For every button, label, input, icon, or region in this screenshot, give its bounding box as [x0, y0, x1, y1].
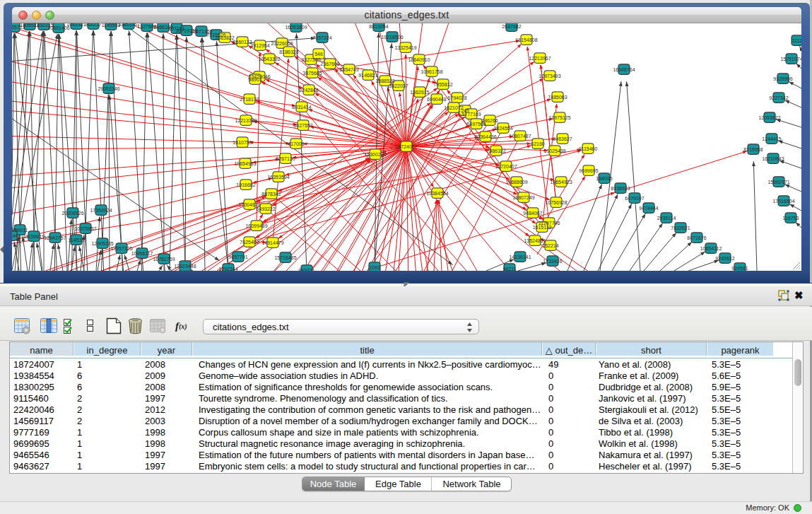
svg-text:10654112: 10654112: [700, 246, 722, 251]
svg-text:546: 546: [314, 52, 323, 57]
svg-text:3875685: 3875685: [302, 71, 322, 76]
svg-text:1112: 1112: [792, 38, 801, 43]
svg-text:8186328: 8186328: [279, 49, 298, 54]
svg-text:17016504: 17016504: [772, 199, 794, 204]
svg-text:6794028: 6794028: [447, 95, 466, 100]
svg-text:1362615: 1362615: [410, 90, 429, 95]
svg-text:18724007: 18724007: [395, 144, 417, 149]
svg-text:8267130: 8267130: [276, 156, 295, 161]
svg-text:417006: 417006: [288, 141, 304, 146]
svg-text:6479197: 6479197: [625, 196, 644, 201]
svg-text:8454749: 8454749: [339, 67, 358, 72]
svg-text:7357224: 7357224: [312, 35, 331, 40]
svg-text:9484067: 9484067: [523, 211, 542, 216]
svg-text:13975125: 13975125: [548, 115, 570, 120]
svg-text:15720407: 15720407: [495, 164, 517, 169]
svg-text:2718170: 2718170: [240, 97, 259, 102]
svg-text:114519: 114519: [69, 238, 85, 243]
svg-text:9463627: 9463627: [553, 136, 572, 141]
svg-text:9146821: 9146821: [358, 73, 377, 78]
svg-text:8427552: 8427552: [293, 123, 312, 128]
svg-text:16099489: 16099489: [245, 223, 267, 228]
svg-text:3824554: 3824554: [493, 126, 512, 131]
svg-text:1733426: 1733426: [543, 259, 562, 264]
svg-text:20206526: 20206526: [61, 211, 83, 216]
svg-text:10543392: 10543392: [258, 57, 280, 62]
svg-text:1093: 1093: [369, 265, 380, 270]
svg-text:62160: 62160: [531, 141, 545, 146]
svg-text:7663822: 7663822: [215, 35, 234, 40]
svg-text:39144: 39144: [12, 233, 18, 238]
svg-text:98901: 98901: [248, 77, 262, 82]
svg-text:16353594: 16353594: [267, 175, 289, 180]
svg-text:15716485: 15716485: [274, 255, 296, 260]
svg-text:7632621: 7632621: [671, 226, 690, 230]
svg-text:16210643: 16210643: [762, 156, 784, 161]
svg-text:359011: 359011: [12, 228, 28, 233]
svg-text:1244415: 1244415: [762, 136, 781, 141]
svg-text:8938923: 8938923: [611, 186, 630, 191]
svg-text:16648764: 16648764: [613, 67, 635, 72]
svg-text:15300295: 15300295: [364, 152, 386, 157]
svg-text:6990448: 6990448: [427, 97, 446, 102]
svg-text:10853267: 10853267: [117, 23, 139, 27]
svg-text:10654983: 10654983: [234, 161, 256, 166]
svg-text:19654923: 19654923: [550, 180, 572, 185]
svg-text:1610755: 1610755: [233, 140, 252, 145]
svg-text:8215958: 8215958: [743, 147, 763, 152]
svg-text:8878342: 8878342: [261, 192, 281, 197]
svg-text:12942757: 12942757: [44, 235, 66, 240]
svg-text:3912954: 3912954: [250, 43, 269, 48]
svg-text:10961758: 10961758: [420, 69, 442, 74]
svg-text:7485063: 7485063: [548, 95, 567, 100]
svg-text:15692971: 15692971: [767, 180, 789, 185]
svg-text:13325419: 13325419: [394, 45, 416, 50]
svg-text:1916682: 1916682: [236, 182, 255, 187]
svg-text:10807487: 10807487: [509, 134, 531, 139]
svg-text:18640910: 18640910: [408, 57, 430, 62]
svg-text:12093822: 12093822: [758, 115, 780, 120]
svg-text:10958117: 10958117: [131, 251, 153, 256]
svg-text:14914479: 14914479: [261, 240, 283, 245]
svg-text:11156819: 11156819: [23, 234, 45, 239]
svg-text:16053809: 16053809: [285, 25, 307, 30]
svg-text:7986322: 7986322: [486, 148, 505, 153]
svg-text:164095: 164095: [596, 176, 612, 181]
svg-text:13524851: 13524851: [524, 238, 546, 243]
svg-text:1588520: 1588520: [375, 78, 394, 83]
svg-text:(x): (x): [179, 322, 187, 331]
svg-text:9699695: 9699695: [579, 168, 598, 173]
svg-text:9474444: 9474444: [639, 206, 658, 211]
svg-text:1083321: 1083321: [66, 23, 86, 27]
svg-text:15751074: 15751074: [780, 57, 801, 62]
svg-text:7625402: 7625402: [240, 240, 259, 245]
svg-text:9329996: 9329996: [773, 76, 792, 81]
svg-text:2367608: 2367608: [320, 62, 339, 66]
svg-text:10973493: 10973493: [539, 74, 560, 78]
svg-text:5493222: 5493222: [256, 206, 275, 211]
svg-text:2687682: 2687682: [502, 24, 521, 29]
svg-text:16154808: 16154808: [515, 37, 537, 42]
svg-text:1292344: 1292344: [218, 267, 237, 271]
svg-text:9327505: 9327505: [301, 57, 320, 62]
svg-text:746266: 746266: [481, 118, 498, 123]
svg-text:9657791: 9657791: [228, 255, 247, 259]
svg-text:924561: 924561: [731, 266, 748, 271]
svg-text:9777169: 9777169: [461, 112, 481, 117]
svg-text:252214: 252214: [542, 243, 558, 248]
svg-text:10025438: 10025438: [543, 148, 565, 153]
svg-text:8031414: 8031414: [292, 105, 311, 110]
svg-text:23226058: 23226058: [271, 41, 293, 46]
svg-text:963217: 963217: [85, 23, 101, 27]
svg-text:12923448: 12923448: [174, 264, 196, 269]
svg-text:10688609: 10688609: [505, 180, 527, 185]
svg-text:9245612: 9245612: [715, 256, 734, 261]
svg-text:12213399: 12213399: [235, 118, 257, 123]
svg-text:17359924: 17359924: [90, 208, 112, 213]
svg-text:9115460: 9115460: [579, 146, 598, 151]
svg-text:12905135: 12905135: [91, 241, 113, 246]
svg-text:96211: 96211: [503, 267, 517, 271]
svg-text:19218506: 19218506: [381, 35, 403, 40]
svg-text:19384554: 19384554: [426, 191, 448, 196]
svg-text:14136141: 14136141: [509, 255, 531, 259]
